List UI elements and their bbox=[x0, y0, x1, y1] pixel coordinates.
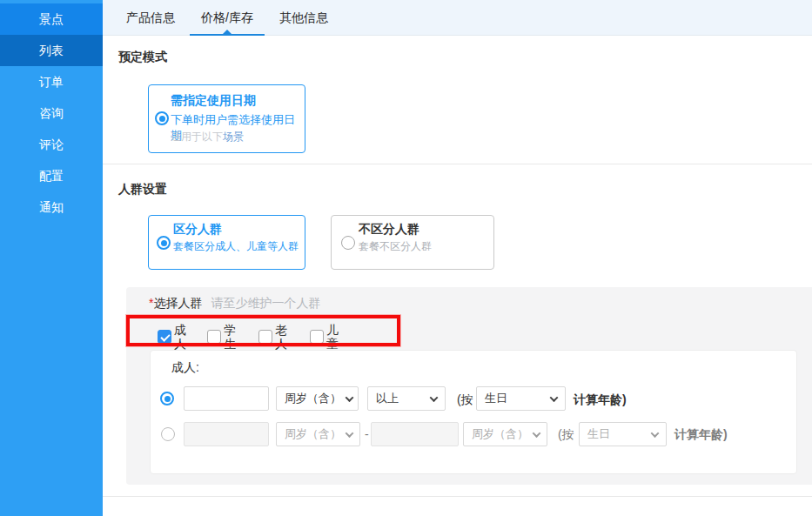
select-crowd-hint: 请至少维护一个人群 bbox=[211, 296, 320, 310]
age-bound-select-row1[interactable]: 以上 bbox=[367, 386, 446, 411]
checkbox-elderly-label: 老人 bbox=[275, 323, 287, 351]
booking-date-radio[interactable] bbox=[155, 111, 169, 125]
section-divider-bottom bbox=[103, 496, 812, 497]
checkbox-student-label: 学生 bbox=[224, 323, 236, 351]
age-basis-select-row2-value: 生日 bbox=[587, 426, 610, 442]
sidebar-item-notice[interactable]: 通知 bbox=[0, 191, 103, 223]
age-unit-select-row1-value: 周岁（含） bbox=[285, 391, 341, 406]
scene-link[interactable]: 场景 bbox=[223, 131, 244, 143]
chevron-down-icon bbox=[533, 429, 541, 438]
age-to-unit-select-row2[interactable]: 周岁（含） bbox=[463, 422, 547, 446]
sidebar-item-consult[interactable]: 咨询 bbox=[0, 97, 103, 129]
tab-price-stock-label: 价格/库存 bbox=[201, 10, 253, 24]
select-crowd-label-row: *选择人群请至少维护一个人群 bbox=[149, 296, 320, 312]
checkbox-group-student[interactable]: 学生 bbox=[207, 323, 236, 351]
age-from-input-row2[interactable] bbox=[184, 422, 269, 446]
age-input-row1[interactable] bbox=[184, 386, 269, 411]
tab-bar: 产品信息 价格/库存 其他信息 bbox=[103, 0, 812, 36]
sidebar-item-comment[interactable]: 评论 bbox=[0, 129, 103, 160]
row1-by-prefix: (按 bbox=[457, 392, 473, 408]
checkbox-group-adult[interactable]: 成人 bbox=[158, 323, 186, 351]
chevron-down-icon bbox=[550, 393, 559, 402]
row2-by-prefix: (按 bbox=[558, 427, 574, 443]
sidebar-item-list[interactable]: 列表 bbox=[0, 35, 103, 66]
checkbox-group-elderly[interactable]: 老人 bbox=[258, 323, 287, 351]
adult-age-card: 成人: 周岁（含） 以上 (按 生日 计算年龄) 周岁（含） bbox=[150, 350, 797, 474]
checkbox-child-label: 儿童 bbox=[326, 323, 339, 351]
chevron-down-icon bbox=[346, 393, 354, 402]
sidebar-item-config[interactable]: 配置 bbox=[0, 160, 103, 191]
age-basis-select-row2[interactable]: 生日 bbox=[579, 422, 667, 446]
age-unit-select-row1[interactable]: 周岁（含） bbox=[276, 386, 359, 411]
booking-date-hint-text: 适用于以下 bbox=[171, 131, 223, 143]
crowd-nosplit-radio[interactable] bbox=[341, 236, 355, 250]
age-from-unit-select-row2-value: 周岁（含） bbox=[285, 426, 341, 442]
tab-product-info[interactable]: 产品信息 bbox=[113, 0, 188, 36]
age-basis-select-row1-value: 生日 bbox=[485, 391, 507, 406]
crowd-nosplit-title: 不区分人群 bbox=[359, 222, 419, 238]
crowd-nosplit-subtitle: 套餐不区分人群 bbox=[359, 239, 432, 254]
crowd-split-title: 区分人群 bbox=[173, 222, 222, 238]
checkbox-child[interactable] bbox=[310, 330, 324, 344]
booking-mode-heading: 预定模式 bbox=[118, 50, 167, 65]
age-from-unit-select-row2[interactable]: 周岁（含） bbox=[276, 422, 360, 446]
age-basis-select-row1[interactable]: 生日 bbox=[476, 386, 566, 411]
checkbox-student[interactable] bbox=[207, 330, 221, 344]
age-rule-row2-radio[interactable] bbox=[161, 427, 175, 441]
checkbox-adult[interactable] bbox=[158, 330, 171, 344]
age-to-input-row2[interactable] bbox=[371, 422, 459, 446]
crowd-split-subtitle: 套餐区分成人、儿童等人群 bbox=[173, 239, 299, 254]
booking-date-hint: 适用于以下场景 bbox=[171, 130, 244, 144]
sidebar-item-scenic[interactable]: 景点 bbox=[0, 3, 103, 35]
chevron-down-icon bbox=[430, 393, 439, 402]
caret-up-icon bbox=[223, 30, 232, 34]
tab-other-info[interactable]: 其他信息 bbox=[266, 0, 341, 36]
crowd-split-radio[interactable] bbox=[157, 236, 171, 250]
chevron-down-icon bbox=[651, 429, 660, 438]
age-to-unit-select-row2-value: 周岁（含） bbox=[472, 426, 528, 442]
row2-by-suffix: 计算年龄) bbox=[674, 427, 728, 443]
select-crowd-panel: *选择人群请至少维护一个人群 成人 学生 老人 儿童 bbox=[126, 287, 812, 485]
checkbox-elderly[interactable] bbox=[258, 330, 272, 344]
age-rule-row1-radio[interactable] bbox=[160, 392, 174, 405]
sidebar-item-orders[interactable]: 订单 bbox=[0, 66, 103, 97]
select-crowd-label: 选择人群 bbox=[153, 296, 202, 310]
adult-title: 成人: bbox=[171, 360, 199, 376]
app-screen: 景点 列表 订单 咨询 评论 配置 通知 产品信息 价格/库存 其他信息 预定模… bbox=[0, 0, 812, 516]
tab-price-stock[interactable]: 价格/库存 bbox=[188, 0, 266, 36]
checkbox-group-child[interactable]: 儿童 bbox=[310, 323, 339, 351]
sidebar: 景点 列表 订单 咨询 评论 配置 通知 bbox=[0, 0, 103, 516]
age-bound-select-row1-value: 以上 bbox=[376, 391, 399, 406]
crowd-nosplit-card[interactable]: 不区分人群 套餐不区分人群 bbox=[331, 215, 494, 270]
range-dash: - bbox=[365, 427, 369, 441]
crowd-split-card[interactable]: 区分人群 套餐区分成人、儿童等人群 bbox=[148, 215, 305, 270]
chevron-down-icon bbox=[346, 429, 354, 438]
booking-date-card-title: 需指定使用日期 bbox=[171, 93, 256, 109]
row1-by-suffix: 计算年龄) bbox=[574, 392, 627, 408]
booking-date-card[interactable]: 需指定使用日期 下单时用户需选择使用日期 适用于以下场景 bbox=[148, 84, 305, 153]
crowd-settings-heading: 人群设置 bbox=[118, 182, 167, 198]
checkbox-adult-label: 成人 bbox=[174, 323, 186, 351]
section-divider-top bbox=[103, 164, 812, 164]
